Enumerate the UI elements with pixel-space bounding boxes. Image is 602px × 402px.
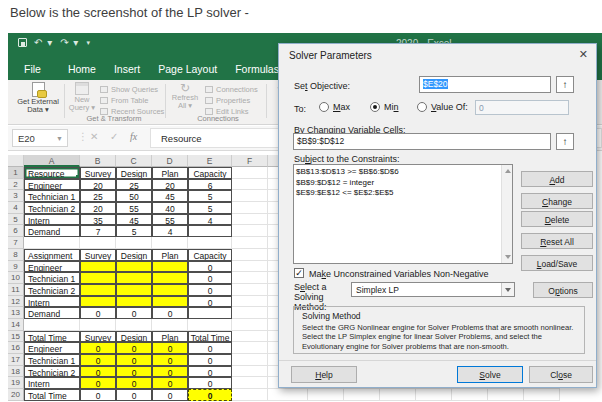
cell-B6[interactable]: 7	[80, 225, 116, 237]
tab-insert[interactable]: Insert	[105, 59, 149, 80]
cell-D5[interactable]: 55	[152, 214, 188, 226]
cell-C7[interactable]	[116, 237, 152, 249]
cell-B7[interactable]	[80, 237, 116, 249]
cell-F4[interactable]	[232, 202, 268, 214]
cell-F15[interactable]	[232, 331, 268, 343]
cell-D18[interactable]: 0	[152, 366, 188, 378]
constraints-scrollbar[interactable]	[501, 165, 512, 263]
cell-F9[interactable]	[232, 261, 268, 273]
cell-C20[interactable]: 0	[116, 389, 152, 401]
cell-A1[interactable]: Resource	[24, 167, 80, 179]
cell-F12[interactable]	[232, 296, 268, 308]
row-header-19[interactable]: 19	[8, 377, 24, 389]
scroll-down-icon[interactable]	[505, 255, 511, 259]
tab-home[interactable]: Home	[59, 59, 105, 80]
cell-F10[interactable]	[232, 272, 268, 284]
cell-F5[interactable]	[232, 214, 268, 226]
row-header-14[interactable]: 14	[8, 319, 24, 331]
cell-A2[interactable]: Engineer	[24, 179, 80, 191]
row-header-15[interactable]: 15	[8, 331, 24, 343]
constraint-item-1[interactable]: $B$13:$D$13 >= $B$6:$D$6	[296, 167, 500, 178]
cell-D2[interactable]: 20	[152, 179, 188, 191]
cell-C16[interactable]: 0	[116, 342, 152, 354]
row-header-2[interactable]: 2	[8, 179, 24, 191]
row-header-18[interactable]: 18	[8, 366, 24, 378]
new-query-button[interactable]: New Query ▾	[66, 82, 98, 112]
objective-range-picker-icon[interactable]: ↑	[556, 76, 574, 93]
tab-file[interactable]: File	[12, 59, 53, 80]
cell-C14[interactable]	[116, 319, 152, 331]
cell-x920[interactable]	[380, 389, 416, 401]
help-button[interactable]: Help	[291, 366, 357, 383]
column-header-C[interactable]: C	[116, 155, 152, 167]
cell-A4[interactable]: Technician 2	[24, 202, 80, 214]
value-of-input[interactable]: 0	[475, 100, 569, 115]
cell-D10[interactable]	[152, 272, 188, 284]
cell-B20[interactable]: 0	[80, 389, 116, 401]
cell-A19[interactable]: Intern	[24, 377, 80, 389]
row-header-1[interactable]: 1	[8, 167, 24, 179]
cell-B13[interactable]: 0	[80, 307, 116, 319]
cell-B8[interactable]: Survey	[80, 249, 116, 261]
row-header-6[interactable]: 6	[8, 225, 24, 237]
cell-C19[interactable]: 0	[116, 377, 152, 389]
cell-B5[interactable]: 35	[80, 214, 116, 226]
cell-F3[interactable]	[232, 190, 268, 202]
cell-D14[interactable]	[152, 319, 188, 331]
cell-C15[interactable]: Design	[116, 331, 152, 343]
from-table-button[interactable]: From Table	[100, 96, 148, 105]
cell-x1020[interactable]	[416, 389, 452, 401]
show-queries-button[interactable]: Show Queries	[100, 85, 158, 94]
name-box-dropdown-icon[interactable]: ▼	[56, 135, 63, 142]
cell-E20[interactable]: 0	[188, 389, 232, 401]
name-box[interactable]: E20 ▼	[12, 129, 68, 147]
row-header-11[interactable]: 11	[8, 284, 24, 296]
cell-x720[interactable]	[308, 389, 344, 401]
constraints-listbox[interactable]: $B$13:$D$13 >= $B$6:$D$6$B$9:$D$12 = int…	[293, 164, 513, 264]
cell-D20[interactable]: 0	[152, 389, 188, 401]
cell-B15[interactable]: Survey	[80, 331, 116, 343]
cell-D11[interactable]	[152, 284, 188, 296]
cell-C1[interactable]: Design	[116, 167, 152, 179]
row-header-17[interactable]: 17	[8, 354, 24, 366]
load-save-button[interactable]: Load/Save	[521, 255, 593, 271]
cell-A10[interactable]: Technician 1	[24, 272, 80, 284]
cell-x1220[interactable]	[488, 389, 524, 401]
chevron-down-icon[interactable]	[501, 283, 514, 296]
delete-button[interactable]: Delete	[521, 211, 593, 227]
row-header-12[interactable]: 12	[8, 296, 24, 308]
cell-B4[interactable]: 20	[80, 202, 116, 214]
options-button[interactable]: Options	[533, 282, 593, 298]
cell-E3[interactable]: 5	[188, 190, 232, 202]
cell-C6[interactable]: 5	[116, 225, 152, 237]
cell-F7[interactable]	[232, 237, 268, 249]
cell-B14[interactable]	[80, 319, 116, 331]
cell-C2[interactable]: 25	[116, 179, 152, 191]
cell-B19[interactable]: 0	[80, 377, 116, 389]
cell-C4[interactable]: 55	[116, 202, 152, 214]
cell-x1120[interactable]	[452, 389, 488, 401]
row-header-20[interactable]: 20	[8, 389, 24, 401]
radio-value-of[interactable]: Value Of:	[417, 102, 468, 112]
cell-D7[interactable]	[152, 237, 188, 249]
cell-E7[interactable]	[188, 237, 232, 249]
cell-E10[interactable]: 0	[188, 272, 232, 284]
cell-G20[interactable]	[268, 389, 308, 401]
radio-min[interactable]: Min	[370, 102, 399, 112]
cell-E8[interactable]: Capacity	[188, 249, 232, 261]
column-header-A[interactable]: A	[24, 155, 80, 167]
cell-F19[interactable]	[232, 377, 268, 389]
cell-A8[interactable]: Assignment	[24, 249, 80, 261]
scroll-up-icon[interactable]	[505, 169, 511, 173]
enter-icon[interactable]: ✓	[110, 131, 118, 142]
cell-B1[interactable]: Survey	[80, 167, 116, 179]
cell-F16[interactable]	[232, 342, 268, 354]
cell-C3[interactable]: 50	[116, 190, 152, 202]
cell-D16[interactable]: 0	[152, 342, 188, 354]
cell-A9[interactable]: Engineer	[24, 261, 80, 273]
row-header-5[interactable]: 5	[8, 214, 24, 226]
cell-C10[interactable]	[116, 272, 152, 284]
cell-C17[interactable]: 0	[116, 354, 152, 366]
qat-customize-icon[interactable]: ▾	[86, 39, 91, 47]
cell-E5[interactable]: 4	[188, 214, 232, 226]
